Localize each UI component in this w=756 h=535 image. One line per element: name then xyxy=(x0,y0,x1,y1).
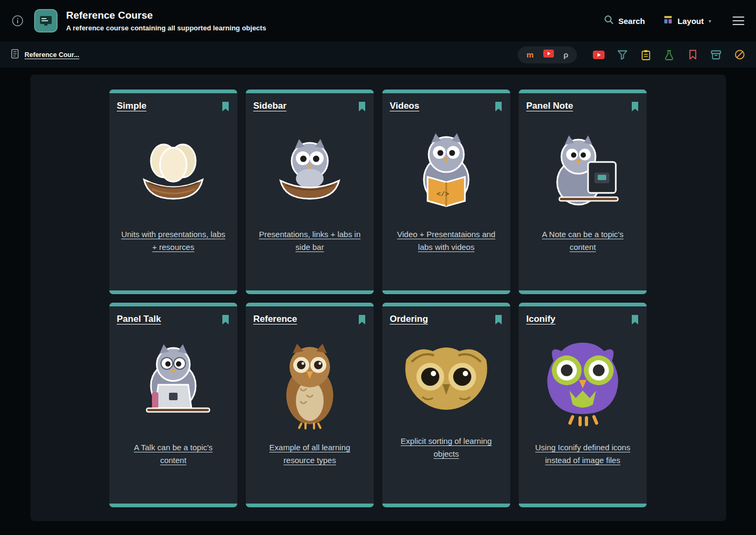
bookmark-icon[interactable] xyxy=(494,314,503,325)
card-top-bar xyxy=(246,90,374,93)
card-title[interactable]: Reference xyxy=(253,314,297,325)
card-link[interactable]: Using Iconify defined icons instead of i… xyxy=(529,441,636,467)
card-link[interactable]: A Talk can be a topic's content xyxy=(120,441,227,467)
source-toggle-group: m ρ xyxy=(518,46,577,63)
course-logo-icon[interactable] xyxy=(34,9,58,33)
content-panel: Simple Units with presentati xyxy=(30,75,726,521)
card-panel-note: Panel Note xyxy=(519,90,647,294)
archive-icon[interactable] xyxy=(710,49,722,61)
card-title[interactable]: Panel Talk xyxy=(117,314,161,325)
card-iconify: Iconify Using xyxy=(519,303,647,507)
lab-icon[interactable] xyxy=(663,49,675,61)
card-link[interactable]: Video + Presentataions and labs with vid… xyxy=(393,228,500,254)
search-button[interactable]: Search xyxy=(604,15,645,27)
card-link[interactable]: Explicit sorting of learning objects xyxy=(393,435,500,460)
note-icon xyxy=(11,49,19,61)
card-sidebar: Sidebar xyxy=(246,90,374,294)
card-bottom-bar xyxy=(382,504,510,507)
title-block: Reference Course A reference course cont… xyxy=(66,10,266,32)
search-icon xyxy=(604,15,614,27)
owl-at-desk-image xyxy=(117,339,230,431)
bookmark-icon[interactable] xyxy=(631,314,639,325)
bookmark-icon[interactable] xyxy=(221,101,230,112)
card-panel-talk: Panel Talk xyxy=(109,303,237,507)
card-top-bar xyxy=(382,303,510,306)
owl-with-laptop-image xyxy=(526,126,639,217)
card-title[interactable]: Sidebar xyxy=(253,101,286,111)
page-title: Reference Course xyxy=(66,10,266,21)
card-title[interactable]: Panel Note xyxy=(526,101,573,111)
layout-icon xyxy=(663,15,673,27)
card-title[interactable]: Simple xyxy=(117,101,147,111)
bookmark-icon[interactable] xyxy=(221,314,230,325)
card-simple: Simple Units with presentati xyxy=(109,90,237,294)
card-link[interactable]: Units with presentations, labs + resourc… xyxy=(120,228,227,254)
card-top-bar xyxy=(382,90,510,93)
card-title[interactable]: Videos xyxy=(390,101,419,111)
breadcrumb-bar: Reference Cour... m ρ xyxy=(0,42,756,68)
layout-label: Layout xyxy=(678,17,704,26)
menu-icon[interactable] xyxy=(733,17,744,25)
card-title[interactable]: Iconify xyxy=(526,314,556,325)
bookmark-icon[interactable] xyxy=(494,101,503,112)
purple-owl-image xyxy=(526,339,639,431)
breadcrumb-link[interactable]: Reference Cour... xyxy=(25,51,79,59)
card-reference: Reference xyxy=(246,303,374,507)
app-header: Reference Course A reference course cont… xyxy=(0,0,756,42)
card-videos: Videos </> xyxy=(382,90,510,294)
info-icon[interactable] xyxy=(12,15,23,27)
baby-owl-in-nest-image xyxy=(253,126,366,217)
slash-circle-icon[interactable] xyxy=(734,49,745,61)
owl-reading-book-image: </> xyxy=(390,126,503,217)
card-bottom-bar xyxy=(246,290,374,294)
rho-icon[interactable]: ρ xyxy=(564,50,568,59)
card-title[interactable]: Ordering xyxy=(390,314,428,325)
card-link[interactable]: Example of all learning resource types xyxy=(256,441,363,467)
card-top-bar xyxy=(109,90,237,93)
main-area: Simple Units with presentati xyxy=(0,68,756,535)
search-label: Search xyxy=(618,17,645,26)
brown-owl-image xyxy=(253,339,366,431)
card-bottom-bar xyxy=(382,290,510,294)
card-grid: Simple Units with presentati xyxy=(109,90,647,507)
chevron-down-icon: ▾ xyxy=(709,18,711,24)
card-ordering: Ordering Explicit sorting of learning xyxy=(382,303,510,507)
bookmark-icon[interactable] xyxy=(631,101,639,112)
layout-dropdown[interactable]: Layout ▾ xyxy=(663,15,711,27)
funnel-icon[interactable] xyxy=(616,49,628,61)
card-link[interactable]: A Note can be a topic's content xyxy=(529,228,636,254)
card-top-bar xyxy=(109,303,237,306)
youtube-mini-icon[interactable] xyxy=(543,50,554,60)
card-top-bar xyxy=(519,303,647,306)
card-link[interactable]: Presentations, links + labs in side bar xyxy=(256,228,363,254)
bookmark-icon[interactable] xyxy=(358,314,366,325)
card-bottom-bar xyxy=(246,504,374,507)
card-bottom-bar xyxy=(109,290,237,294)
card-top-bar xyxy=(519,90,647,93)
breadcrumb: Reference Cour... xyxy=(11,49,79,61)
card-bottom-bar xyxy=(109,504,237,507)
header-actions: Search Layout ▾ xyxy=(604,15,744,27)
golden-owl-face-image xyxy=(390,333,503,424)
bookmark-icon[interactable] xyxy=(358,101,366,112)
clipboard-icon[interactable] xyxy=(640,49,652,61)
eggs-in-nest-image xyxy=(117,126,230,217)
svg-text:</>: </> xyxy=(437,190,449,198)
card-bottom-bar xyxy=(519,504,647,507)
youtube-icon[interactable] xyxy=(593,49,605,61)
card-bottom-bar xyxy=(519,290,647,294)
page-subtitle: A reference course containing all suppor… xyxy=(66,24,266,32)
moodle-icon[interactable]: m xyxy=(526,50,533,59)
card-top-bar xyxy=(246,303,374,306)
toolbar-icons: m ρ xyxy=(518,46,745,63)
bookmark-red-icon[interactable] xyxy=(687,49,698,61)
